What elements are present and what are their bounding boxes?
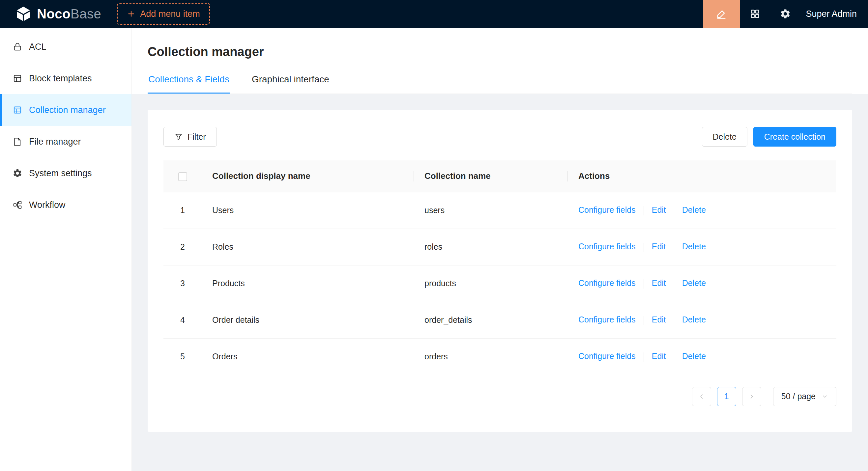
- cell-collection-name: orders: [414, 338, 568, 375]
- sidebar-item-acl[interactable]: ACL: [0, 31, 131, 63]
- edit-link[interactable]: Edit: [652, 242, 666, 251]
- action-divider: [644, 279, 644, 289]
- action-divider: [674, 352, 674, 362]
- sidebar-item-label: Collection manager: [29, 105, 106, 115]
- logo-text-light: Base: [70, 7, 101, 21]
- action-divider: [674, 243, 674, 252]
- sidebar-item-label: File manager: [29, 137, 81, 147]
- action-divider: [644, 316, 644, 325]
- plugin-grid-icon: [749, 8, 761, 20]
- cell-actions: Configure fieldsEditDelete: [568, 338, 836, 375]
- workflow-icon: [12, 200, 23, 210]
- delete-link[interactable]: Delete: [682, 351, 706, 361]
- nocobase-logo: NocoBase: [15, 6, 101, 22]
- pagination: 1 50 / page: [163, 387, 836, 406]
- layout-icon: [12, 73, 23, 83]
- row-index: 5: [163, 338, 202, 375]
- add-menu-item-label: Add menu item: [140, 9, 200, 19]
- cell-collection-name: users: [414, 192, 568, 229]
- cell-collection-name: roles: [414, 229, 568, 265]
- delete-link[interactable]: Delete: [682, 205, 706, 214]
- tab-graphical-interface[interactable]: Graphical interface: [251, 69, 330, 94]
- plugin-grid-button[interactable]: [740, 0, 770, 28]
- sidebar-item-file-manager[interactable]: File manager: [0, 126, 131, 158]
- edit-link[interactable]: Edit: [652, 205, 666, 214]
- action-divider: [644, 243, 644, 252]
- sidebar: ACL Block templates Collection manager: [0, 28, 132, 471]
- configure-fields-link[interactable]: Configure fields: [578, 242, 636, 251]
- column-header-actions: Actions: [568, 160, 836, 192]
- table-row: 4 Order details order_details Configure …: [163, 302, 836, 338]
- configure-fields-link[interactable]: Configure fields: [578, 315, 636, 324]
- table-row: 1 Users users Configure fieldsEditDelete: [163, 192, 836, 229]
- sidebar-item-label: Workflow: [29, 200, 66, 210]
- ui-editor-button[interactable]: [703, 0, 740, 28]
- page-size-select[interactable]: 50 / page: [773, 387, 836, 406]
- file-icon: [12, 137, 23, 146]
- main-area: Collection manager Collections & Fields …: [132, 28, 868, 471]
- cell-actions: Configure fieldsEditDelete: [568, 302, 836, 338]
- table-row: 5 Orders orders Configure fieldsEditDele…: [163, 338, 836, 375]
- table-header-row: Collection display name Collection name …: [163, 160, 836, 192]
- tab-collections-fields[interactable]: Collections & Fields: [148, 69, 230, 94]
- configure-fields-link[interactable]: Configure fields: [578, 278, 636, 288]
- action-divider: [674, 316, 674, 325]
- tab-bar: Collections & Fields Graphical interface: [148, 69, 852, 94]
- sidebar-item-system-settings[interactable]: System settings: [0, 158, 131, 189]
- page-number-button[interactable]: 1: [717, 387, 736, 406]
- chevron-down-icon: [822, 393, 828, 400]
- chevron-left-icon: [698, 393, 705, 400]
- table-row: 2 Roles roles Configure fieldsEditDelete: [163, 229, 836, 265]
- configure-fields-link[interactable]: Configure fields: [578, 351, 636, 361]
- next-page-button[interactable]: [742, 387, 761, 406]
- settings-gear-icon: [780, 8, 791, 20]
- select-all-checkbox[interactable]: [178, 172, 187, 181]
- cell-display-name: Products: [202, 265, 414, 302]
- plus-icon: [127, 9, 135, 18]
- filter-button-label: Filter: [187, 132, 206, 142]
- sidebar-item-block-templates[interactable]: Block templates: [0, 63, 131, 94]
- sidebar-item-label: ACL: [29, 42, 46, 52]
- cell-actions: Configure fieldsEditDelete: [568, 192, 836, 229]
- highlight-pen-icon: [716, 8, 727, 20]
- top-header: NocoBase Add menu item Super Admin: [0, 0, 868, 28]
- delete-link[interactable]: Delete: [682, 242, 706, 251]
- sidebar-item-label: Block templates: [29, 73, 92, 83]
- configure-fields-link[interactable]: Configure fields: [578, 205, 636, 214]
- cell-display-name: Roles: [202, 229, 414, 265]
- prev-page-button[interactable]: [692, 387, 711, 406]
- content-area: Filter Delete Create collection Collecti…: [132, 94, 868, 471]
- collections-table: Collection display name Collection name …: [163, 160, 836, 375]
- action-divider: [644, 352, 644, 362]
- delete-link[interactable]: Delete: [682, 315, 706, 324]
- edit-link[interactable]: Edit: [652, 278, 666, 288]
- create-collection-button[interactable]: Create collection: [753, 127, 836, 146]
- card-toolbar: Filter Delete Create collection: [163, 127, 836, 146]
- row-index: 4: [163, 302, 202, 338]
- action-divider: [674, 206, 674, 215]
- header-right: Super Admin: [703, 0, 868, 28]
- edit-link[interactable]: Edit: [652, 315, 666, 324]
- add-menu-item-button[interactable]: Add menu item: [117, 3, 210, 25]
- cell-display-name: Orders: [202, 338, 414, 375]
- gear-icon: [12, 168, 23, 178]
- filter-button[interactable]: Filter: [163, 127, 217, 146]
- delete-button[interactable]: Delete: [702, 127, 747, 146]
- cell-collection-name: order_details: [414, 302, 568, 338]
- sidebar-item-workflow[interactable]: Workflow: [0, 189, 131, 221]
- lock-icon: [12, 42, 23, 52]
- edit-link[interactable]: Edit: [652, 351, 666, 361]
- logo-text-bold: Noco: [37, 7, 70, 21]
- page-head: Collection manager Collections & Fields …: [132, 28, 868, 94]
- column-header-display-name: Collection display name: [202, 160, 414, 192]
- sidebar-item-collection-manager[interactable]: Collection manager: [0, 94, 131, 126]
- cell-actions: Configure fieldsEditDelete: [568, 265, 836, 302]
- system-settings-button[interactable]: [770, 0, 801, 28]
- column-header-collection-name: Collection name: [414, 160, 568, 192]
- action-divider: [644, 206, 644, 215]
- table-row: 3 Products products Configure fieldsEdit…: [163, 265, 836, 302]
- current-user[interactable]: Super Admin: [806, 9, 857, 19]
- cell-collection-name: products: [414, 265, 568, 302]
- row-index: 3: [163, 265, 202, 302]
- delete-link[interactable]: Delete: [682, 278, 706, 288]
